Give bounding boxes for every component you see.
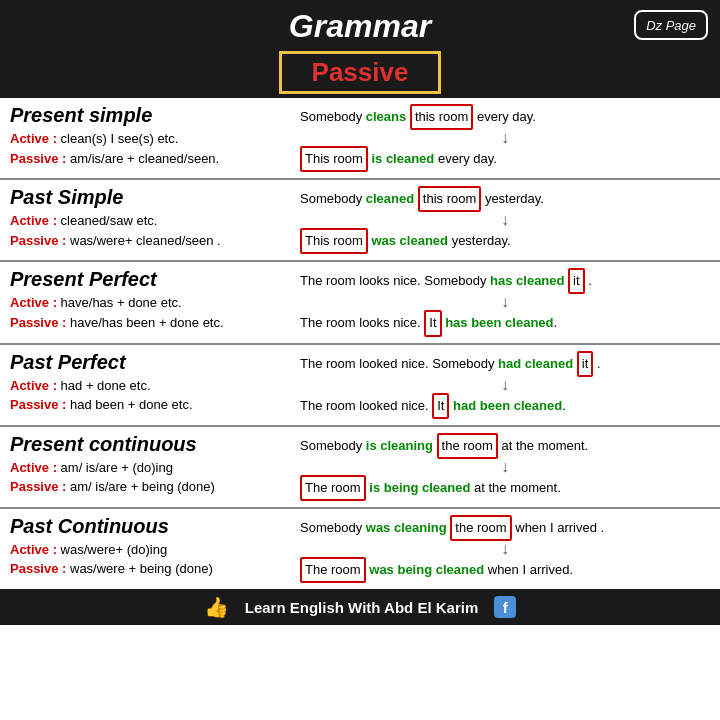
left-present-simple: Present simple Active : clean(s) I see(s… [10,104,290,172]
passive-rule-past-continuous: Passive : was/were + being (done) [10,559,290,579]
passive-example-past-continuous: The room was being cleaned when I arrive… [300,557,710,583]
passive-rule-past-perfect: Passive : had been + done etc. [10,395,290,415]
active-example-present-continuous: Somebody is cleaning the room at the mom… [300,433,710,459]
right-present-continuous: Somebody is cleaning the room at the mom… [290,433,710,501]
right-past-continuous: Somebody was cleaning the room when I ar… [290,515,710,583]
section-past-continuous: Past Continuous Active : was/were+ (do)i… [0,509,720,589]
section-present-simple: Present simple Active : clean(s) I see(s… [0,98,720,180]
header: Grammar Passive Dz Page [0,0,720,98]
left-past-continuous: Past Continuous Active : was/were+ (do)i… [10,515,290,583]
section-past-perfect: Past Perfect Active : had + done etc. Pa… [0,345,720,427]
right-present-perfect: The room looks nice. Somebody has cleane… [290,268,710,336]
section-present-continuous: Present continuous Active : am/ is/are +… [0,427,720,509]
right-present-simple: Somebody cleans this room every day. ↓ T… [290,104,710,172]
dz-label: Dz Page [646,18,696,33]
active-rule-present-continuous: Active : am/ is/are + (do)ing [10,458,290,478]
right-past-simple: Somebody cleaned this room yesterday. ↓ … [290,186,710,254]
arrow-past-perfect: ↓ [300,377,710,393]
passive-rule-past-simple: Passive : was/were+ cleaned/seen . [10,231,290,251]
arrow-past-simple: ↓ [300,212,710,228]
footer: 👍 Learn English With Abd El Karim f [0,589,720,625]
active-rule-present-simple: Active : clean(s) I see(s) etc. [10,129,290,149]
active-rule-past-continuous: Active : was/were+ (do)ing [10,540,290,560]
active-example-past-simple: Somebody cleaned this room yesterday. [300,186,710,212]
title-past-simple: Past Simple [10,186,290,209]
active-example-present-simple: Somebody cleans this room every day. [300,104,710,130]
arrow-present-perfect: ↓ [300,294,710,310]
title-present-perfect: Present Perfect [10,268,290,291]
active-rule-past-perfect: Active : had + done etc. [10,376,290,396]
footer-text: Learn English With Abd El Karim [245,599,479,616]
active-example-past-continuous: Somebody was cleaning the room when I ar… [300,515,710,541]
passive-rule-present-perfect: Passive : have/has been + done etc. [10,313,290,333]
passive-label: Passive [312,57,409,87]
title-past-continuous: Past Continuous [10,515,290,538]
passive-rule-present-continuous: Passive : am/ is/are + being (done) [10,477,290,497]
dz-badge: Dz Page [634,10,708,40]
thumbs-up-icon: 👍 [204,595,229,619]
facebook-icon: f [494,596,516,618]
title-present-continuous: Present continuous [10,433,290,456]
passive-rule-present-simple: Passive : am/is/are + cleaned/seen. [10,149,290,169]
right-past-perfect: The room looked nice. Somebody had clean… [290,351,710,419]
page-title: Grammar [0,8,720,45]
left-present-continuous: Present continuous Active : am/ is/are +… [10,433,290,501]
content: Present simple Active : clean(s) I see(s… [0,98,720,589]
passive-badge: Passive [279,51,442,94]
active-rule-present-perfect: Active : have/has + done etc. [10,293,290,313]
passive-example-present-perfect: The room looks nice. It has been cleaned… [300,310,710,336]
passive-example-past-simple: This room was cleaned yesterday. [300,228,710,254]
passive-example-present-continuous: The room is being cleaned at the moment. [300,475,710,501]
title-present-simple: Present simple [10,104,290,127]
section-present-perfect: Present Perfect Active : have/has + done… [0,262,720,344]
active-example-past-perfect: The room looked nice. Somebody had clean… [300,351,710,377]
arrow-present-continuous: ↓ [300,459,710,475]
left-past-simple: Past Simple Active : cleaned/saw etc. Pa… [10,186,290,254]
left-past-perfect: Past Perfect Active : had + done etc. Pa… [10,351,290,419]
arrow-present-simple: ↓ [300,130,710,146]
title-past-perfect: Past Perfect [10,351,290,374]
arrow-past-continuous: ↓ [300,541,710,557]
active-example-present-perfect: The room looks nice. Somebody has cleane… [300,268,710,294]
left-present-perfect: Present Perfect Active : have/has + done… [10,268,290,336]
passive-example-present-simple: This room is cleaned every day. [300,146,710,172]
section-past-simple: Past Simple Active : cleaned/saw etc. Pa… [0,180,720,262]
active-rule-past-simple: Active : cleaned/saw etc. [10,211,290,231]
passive-example-past-perfect: The room looked nice. It had been cleane… [300,393,710,419]
